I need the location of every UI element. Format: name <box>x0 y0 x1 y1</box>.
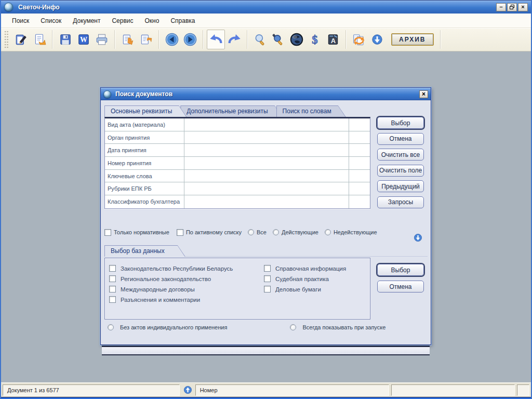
field-label: Дата принятия <box>105 144 184 156</box>
dialog-close-button[interactable]: × <box>419 90 428 98</box>
radio-inactive[interactable]: Недействующие <box>325 229 377 235</box>
previous-button[interactable]: Предыдущий <box>377 180 424 192</box>
menu-dokument[interactable]: Документ <box>67 15 106 26</box>
db-select-button[interactable]: Выбор <box>377 264 424 276</box>
db-right-column: Справочная информация Судебная практика … <box>264 265 346 292</box>
sync-documents-icon[interactable] <box>350 30 368 49</box>
dialog-body: Основные реквизиты Дополнительные реквиз… <box>101 100 431 344</box>
checkbox-judicial-practice[interactable]: Судебная практика <box>264 275 346 282</box>
import-document-icon[interactable] <box>118 30 137 49</box>
dollar-glyph: $ <box>312 33 317 46</box>
status-panel-empty <box>391 384 515 396</box>
tab-database-selection[interactable]: Выбор баз данных <box>104 245 185 257</box>
close-button[interactable]: × <box>518 3 528 11</box>
scroll-up-icon[interactable] <box>183 385 192 394</box>
toolbar-grip-handle[interactable] <box>4 31 9 48</box>
field-value-keywords[interactable] <box>184 170 349 182</box>
menu-spisok[interactable]: Список <box>35 15 67 26</box>
tab-label: Поиск по словам <box>283 108 331 115</box>
tab-label: Основные реквизиты <box>111 108 172 115</box>
field-extra-cell[interactable] <box>349 131 367 144</box>
tab-word-search[interactable]: Поиск по словам <box>276 105 346 117</box>
search-documents-dialog: Поиск документов × Основные реквизиты До… <box>100 87 431 345</box>
checkbox-icon <box>109 265 116 272</box>
dialog-titlebar[interactable]: Поиск документов × <box>101 88 431 100</box>
undo-icon[interactable] <box>207 30 225 49</box>
checkbox-normative-only[interactable]: Только нормативные <box>104 229 169 236</box>
radio-icon <box>325 229 331 235</box>
forward-icon[interactable] <box>181 30 199 49</box>
window-titlebar[interactable]: Светоч-Инфо – × <box>1 0 531 14</box>
checkbox-business-papers[interactable]: Деловые бумаги <box>264 286 346 292</box>
status-panel-small <box>517 384 529 396</box>
edit-document-icon[interactable] <box>12 30 30 49</box>
table-row: Классификатор бухгалтера <box>105 195 370 208</box>
dialog-title: Поиск документов <box>115 90 172 98</box>
toolbar-separator <box>158 30 159 49</box>
radio-all[interactable]: Все <box>248 229 267 235</box>
minimize-button[interactable]: – <box>496 3 506 11</box>
clear-all-button[interactable]: Очистить все <box>377 149 424 161</box>
print-icon[interactable] <box>92 30 111 49</box>
radio-without-individual-acts[interactable]: Без актов индивидуального применения <box>108 324 227 330</box>
back-icon[interactable] <box>163 30 181 49</box>
field-extra-cell[interactable] <box>349 118 367 131</box>
field-extra-cell[interactable] <box>349 195 367 208</box>
currency-icon[interactable]: $ <box>305 30 324 49</box>
download-icon[interactable] <box>368 30 386 49</box>
field-value-adopting-body[interactable] <box>184 131 349 144</box>
menu-servis[interactable]: Сервис <box>106 15 139 26</box>
field-value-accountant-classifier[interactable] <box>184 195 349 208</box>
clear-field-button[interactable]: Очистить поле <box>377 165 424 177</box>
import-template-icon[interactable] <box>137 30 155 49</box>
radio-active[interactable]: Действующие <box>273 229 318 235</box>
dialog-globe-icon <box>103 90 111 98</box>
tab-main-requisites[interactable]: Основные реквизиты <box>104 105 187 117</box>
checkbox-reference-info[interactable]: Справочная информация <box>264 265 346 272</box>
field-value-rubrics[interactable] <box>184 182 349 195</box>
dictionary-icon[interactable]: А <box>324 30 342 49</box>
db-cancel-button[interactable]: Отмена <box>377 281 424 292</box>
field-extra-cell[interactable] <box>349 170 367 182</box>
archive-button[interactable]: АРХИВ <box>391 33 434 46</box>
menu-bar: Поиск Список Документ Сервис Окно Справк… <box>1 14 531 28</box>
search-icon[interactable] <box>251 30 269 49</box>
select-button[interactable]: Выбор <box>377 117 424 129</box>
filter-row: Только нормативные По активному списку В… <box>104 228 370 237</box>
radio-icon <box>248 229 254 235</box>
checkbox-international-treaties[interactable]: Международные договоры <box>109 286 233 292</box>
word-export-icon[interactable]: W <box>74 30 92 49</box>
dialog-tabs: Основные реквизиты Дополнительные реквиз… <box>104 105 340 117</box>
checkbox-explanations-comments[interactable]: Разъяснения и комментарии <box>109 296 233 303</box>
checkbox-belarus-legislation[interactable]: Законодательство Республики Беларусь <box>109 265 233 272</box>
scroll-down-icon[interactable] <box>414 233 422 244</box>
menu-spravka[interactable]: Справка <box>165 15 201 26</box>
redo-icon[interactable] <box>225 30 243 49</box>
checkbox-icon <box>109 275 116 282</box>
field-label: Номер принятия <box>105 157 184 169</box>
queries-button[interactable]: Запросы <box>377 196 424 208</box>
field-extra-cell[interactable] <box>349 144 367 156</box>
db-buttons: Выбор Отмена <box>377 264 424 292</box>
field-extra-cell[interactable] <box>349 157 367 169</box>
table-row: Номер принятия <box>105 157 370 170</box>
field-extra-cell[interactable] <box>349 182 367 195</box>
restore-button[interactable] <box>507 3 517 11</box>
field-value-act-type[interactable] <box>184 118 349 131</box>
field-value-adoption-date[interactable] <box>184 144 349 156</box>
database-panel: Законодательство Республики Беларусь Рег… <box>104 258 370 320</box>
menu-poisk[interactable]: Поиск <box>6 15 35 26</box>
menu-okno[interactable]: Окно <box>139 15 165 26</box>
cancel-button[interactable]: Отмена <box>377 133 424 145</box>
advanced-search-icon[interactable] <box>269 30 287 49</box>
radio-always-show-at-startup[interactable]: Всегда показывать при запуске <box>290 324 385 330</box>
table-row: Орган принятия <box>105 131 370 144</box>
tab-additional-requisites[interactable]: Дополнительные реквизиты <box>180 105 282 117</box>
save-icon[interactable] <box>56 30 74 49</box>
toolbar-separator <box>114 30 115 49</box>
globe-icon[interactable] <box>287 30 305 49</box>
checkbox-regional-legislation[interactable]: Региональное законодательство <box>109 275 233 282</box>
open-document-icon[interactable] <box>30 30 48 49</box>
field-value-adoption-number[interactable] <box>184 157 349 169</box>
checkbox-by-active-list[interactable]: По активному списку <box>177 229 242 236</box>
